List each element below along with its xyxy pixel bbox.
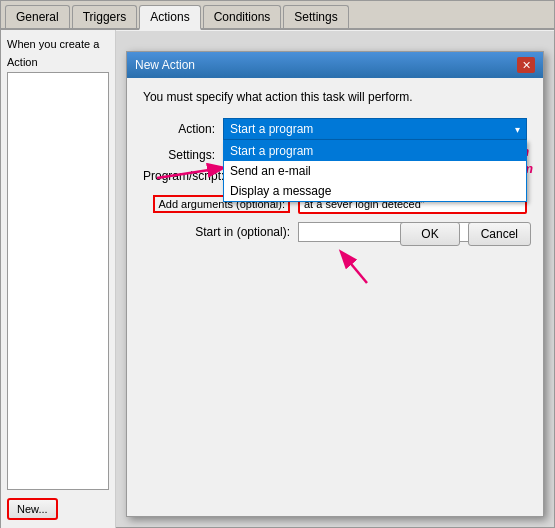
dialog-description: You must specify what action this task w… — [143, 90, 527, 104]
action-selected-value: Start a program — [230, 122, 313, 136]
dialog-overlay: New Action ✕ You must specify what actio… — [116, 31, 554, 527]
main-content: When you create a Action New... New Acti… — [1, 30, 554, 528]
action-dropdown-container: Start a program ▾ Start a program Send a… — [223, 118, 527, 140]
tab-bar: General Triggers Actions Conditions Sett… — [1, 1, 554, 30]
dropdown-item-start-program[interactable]: Start a program — [224, 141, 526, 161]
tab-triggers[interactable]: Triggers — [72, 5, 138, 28]
dropdown-item-send-email[interactable]: Send an e-mail — [224, 161, 526, 181]
dropdown-list: Start a program Send an e-mail Display a… — [223, 140, 527, 202]
dropdown-arrow-icon: ▾ — [515, 124, 520, 135]
svg-line-1 — [342, 253, 367, 283]
dropdown-item-display-message[interactable]: Display a message — [224, 181, 526, 201]
action-row: Action: Start a program ▾ Start a progra… — [143, 118, 527, 140]
tab-settings[interactable]: Settings — [283, 5, 348, 28]
new-action-dialog: New Action ✕ You must specify what actio… — [126, 51, 544, 517]
main-window: General Triggers Actions Conditions Sett… — [0, 0, 555, 528]
action-label: Action: — [143, 122, 223, 136]
tab-conditions[interactable]: Conditions — [203, 5, 282, 28]
left-panel: When you create a Action New... — [1, 30, 116, 528]
action-column-label: Action — [7, 56, 109, 68]
left-panel-list — [7, 72, 109, 490]
action-dropdown-button[interactable]: Start a program ▾ — [223, 118, 527, 140]
tab-actions[interactable]: Actions — [139, 5, 200, 30]
left-panel-header: When you create a — [7, 38, 109, 50]
dialog-titlebar: New Action ✕ — [127, 52, 543, 78]
dialog-body: You must specify what action this task w… — [127, 78, 543, 258]
cancel-button[interactable]: Cancel — [468, 222, 531, 246]
dialog-title: New Action — [135, 58, 195, 72]
dialog-footer: OK Cancel — [400, 222, 531, 246]
program-label: Program/script: — [143, 169, 223, 183]
tab-general[interactable]: General — [5, 5, 70, 28]
new-button[interactable]: New... — [7, 498, 58, 520]
close-button[interactable]: ✕ — [517, 57, 535, 73]
start-in-label: Start in (optional): — [143, 225, 298, 239]
left-panel-buttons: New... — [7, 498, 109, 520]
ok-button[interactable]: OK — [400, 222, 459, 246]
settings-section-label: Settings: — [143, 148, 223, 162]
